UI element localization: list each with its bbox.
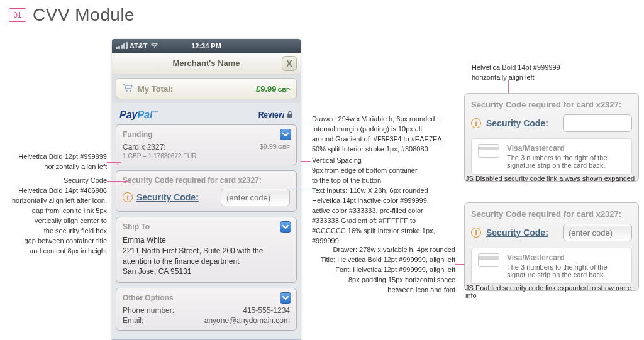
card-icon — [478, 253, 499, 267]
annotation-line — [294, 121, 311, 121]
security-input[interactable] — [563, 224, 632, 241]
caption-b: JS Enabled security code link expanded t… — [465, 284, 644, 299]
security-label: Security Code: — [486, 118, 548, 128]
status-bar: AT&T 12:34 PM — [112, 39, 301, 53]
annotation-line — [301, 161, 311, 162]
info-icon[interactable]: i — [471, 228, 481, 238]
annotation-mid-4: Drawer: 278w x variable h, 4px rounded T… — [314, 245, 455, 295]
funding-card: Funding Card x 2327: $9.99GBP 1 GBP = 1.… — [116, 124, 297, 165]
email-value: anyone@anydomain.com — [204, 316, 290, 325]
annotation-left-1: Helvetica Bold 12pt #999999 horizontally… — [0, 152, 107, 172]
annotation-body: Helvetica Bold 14pt #486986 horizontally… — [0, 186, 107, 256]
hint-row: Visa/Mastercard The 3 numbers to the rig… — [471, 248, 632, 284]
funding-title: Funding — [123, 130, 290, 139]
security-input[interactable] — [221, 189, 290, 206]
hint-title: Visa/Mastercard — [507, 253, 608, 262]
ship-title: Ship To — [123, 222, 290, 231]
card-icon — [478, 144, 499, 158]
info-icon[interactable]: i — [123, 192, 133, 202]
drawer-js-disabled: Security Code required for card x2327: i… — [464, 93, 639, 182]
ship-line3: San Jose, CA 95131 — [123, 266, 290, 277]
brand-row: PayPal™ Review — [116, 107, 297, 124]
drawer-title: Security Code required for card x2327: — [471, 209, 632, 219]
ship-line2: attention to the finance department — [123, 256, 290, 267]
annotation-left-2: Security Code Helvetica Bold 14pt #48698… — [0, 176, 107, 256]
lock-icon — [287, 111, 293, 120]
security-card: Security Code required for card x2327: i… — [116, 170, 297, 212]
annotation-line — [107, 162, 121, 163]
total-row[interactable]: My Total: £9.99GBP — [116, 78, 297, 99]
hint-body: The 3 numbers to the right of the signat… — [507, 154, 608, 169]
security-input[interactable] — [563, 114, 632, 132]
funding-card-label: Card x 2327: — [123, 143, 166, 151]
close-button[interactable]: X — [282, 56, 297, 71]
caption-a: JS Disabled security code link always sh… — [465, 175, 635, 182]
carrier-label: AT&T — [130, 42, 148, 50]
phone-label: Phone number: — [123, 306, 174, 315]
total-amount: £9.99GBP — [256, 84, 290, 94]
funding-amount: $9.99GBP — [259, 143, 290, 151]
wifi-icon — [150, 42, 158, 50]
annotation-mid-1: Drawer: 294w x Variable h, 6px rounded :… — [312, 114, 457, 155]
hint-title: Visa/Mastercard — [507, 144, 608, 153]
hint-body: The 3 numbers to the right of the signat… — [507, 263, 608, 278]
cart-icon — [123, 84, 134, 94]
review-link[interactable]: Review — [258, 111, 293, 120]
phone-value: 415-555-1234 — [243, 306, 290, 315]
annotation-line — [292, 189, 311, 189]
annotation-line — [107, 181, 128, 182]
info-icon[interactable]: i — [471, 118, 481, 128]
phone-body: PayPal™ Review Funding Card x 2327: $9.9… — [112, 103, 301, 339]
merchant-name: Merchant's Name — [172, 58, 240, 68]
disclose-button[interactable] — [280, 292, 291, 304]
drawer-js-enabled: Security Code required for card x2327: i… — [464, 202, 639, 291]
hint-row: Visa/Mastercard The 3 numbers to the rig… — [471, 138, 632, 175]
paypal-logo: PayPal™ — [119, 109, 158, 121]
disclose-button[interactable] — [280, 221, 291, 233]
disclose-button[interactable] — [280, 129, 291, 140]
drawer-title: Security Code required for card x2327: — [471, 100, 632, 109]
email-label: Email: — [123, 316, 143, 325]
security-link[interactable]: Security Code: — [486, 228, 548, 238]
total-label: My Total: — [138, 84, 173, 94]
page-title: CVV Module — [33, 5, 135, 25]
ship-name: Emma White — [123, 235, 290, 246]
security-link[interactable]: Security Code: — [136, 192, 199, 202]
signal-icon — [116, 43, 128, 49]
header-badge: 01 — [9, 8, 26, 22]
svg-point-0 — [126, 90, 128, 92]
security-title: Security Code required for card x2327: — [123, 176, 290, 185]
page-header: 01 CVV Module — [9, 5, 135, 25]
annotation-title: Security Code — [0, 176, 107, 186]
options-title: Other Options — [123, 293, 290, 302]
ship-card: Ship To Emma White 2211 North First Stre… — [116, 217, 297, 283]
ship-line1: 2211 North First Street, Suite 200 with … — [123, 246, 290, 256]
merchant-bar: Merchant's Name X — [112, 53, 301, 74]
options-card: Other Options Phone number:415-555-1234 … — [116, 288, 297, 331]
review-label: Review — [258, 111, 284, 119]
annotation-mid-2: Vertical Spacing 9px from edge of bottom… — [312, 156, 457, 186]
phone-mock: AT&T 12:34 PM Merchant's Name X My Total… — [112, 39, 301, 340]
annotation-mid-3: Text Inputs: 110w X 28h, 6px rounded Hel… — [312, 186, 457, 246]
annotation-right-1: Helvetica Bold 14pt #999999 horizontally… — [472, 63, 616, 83]
fx-rate: 1 GBP = 1.17630672 EUR — [123, 153, 290, 160]
svg-rect-2 — [287, 114, 292, 118]
svg-point-1 — [130, 90, 131, 92]
